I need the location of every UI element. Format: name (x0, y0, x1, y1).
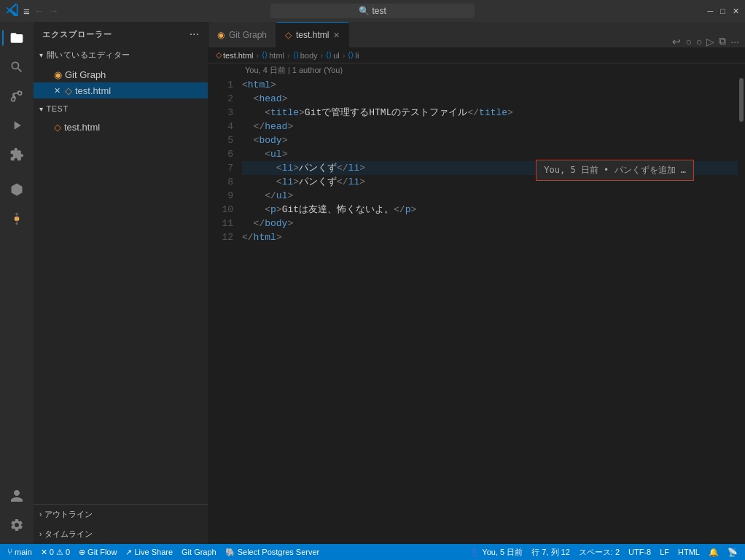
editor-action-3[interactable]: ○ (696, 36, 702, 47)
folder-test-html[interactable]: ◇ test.html (34, 119, 208, 135)
open-editors-label: 開いているエディター (47, 50, 130, 61)
breadcrumb: ◇ test.html › ⟨⟩ html › ⟨⟩ body › ⟨⟩ ul … (208, 47, 745, 63)
breadcrumb-body[interactable]: ⟨⟩ body (293, 50, 318, 60)
code-line-4: </head> (242, 120, 738, 133)
breadcrumb-ul[interactable]: ⟨⟩ ul (326, 50, 340, 60)
editor-action-4[interactable]: ▷ (706, 36, 714, 47)
accounts-activity-icon[interactable] (4, 483, 30, 509)
code-line-6: <ul> (242, 147, 738, 161)
git-graph-activity-icon[interactable] (4, 206, 30, 232)
tab-test-html[interactable]: ◇ test.html ✕ (276, 22, 349, 47)
code-line-12: </html> (242, 230, 738, 244)
sidebar-more-button[interactable]: ··· (190, 28, 199, 41)
status-live-share[interactable]: ↗ Live Share (121, 544, 177, 560)
editor-action-2[interactable]: ○ (685, 36, 691, 47)
status-encoding[interactable]: UTF-8 (624, 544, 655, 560)
close-button[interactable]: ✕ (733, 7, 739, 16)
breadcrumb-sep-1: › (257, 51, 260, 60)
timeline-header[interactable]: › タイムライン (34, 524, 208, 544)
feedback-icon: 🔔 (709, 548, 719, 557)
hamburger-menu[interactable]: ≡ (23, 5, 30, 18)
remote-explorer-activity-icon[interactable] (4, 176, 30, 203)
branch-label: main (15, 548, 32, 556)
breadcrumb-sep-2: › (287, 51, 290, 60)
code-editor[interactable]: 1 2 3 4 5 6 7 8 9 10 11 12 <html> <head>… (208, 77, 745, 544)
status-feedback[interactable]: 🔔 (704, 544, 723, 560)
status-right: 👤 You, 5 日前 行 7, 列 12 スペース: 2 UTF-8 LF H… (465, 544, 742, 560)
search-bar[interactable]: 🔍 test (270, 4, 475, 18)
sidebar-header: エクスプローラー ··· (34, 22, 208, 47)
forward-button[interactable]: → (49, 5, 59, 17)
outline-section: › アウトライン › タイムライン (34, 504, 208, 544)
encoding-label: UTF-8 (628, 548, 651, 556)
outline-header[interactable]: › アウトライン (34, 505, 208, 524)
line-col-label: 行 7, 列 12 (531, 547, 570, 558)
split-editor-icon[interactable]: ⧉ (719, 35, 726, 47)
back-button[interactable]: ← (34, 5, 44, 17)
close-test-html-icon[interactable]: ✕ (54, 86, 61, 96)
editor-scrollbar[interactable] (738, 77, 745, 544)
error-icon: ✕ (41, 548, 47, 557)
person-icon: 👤 (469, 548, 480, 557)
warning-count: 0 (66, 548, 70, 556)
status-git-flow[interactable]: ⊕ Git Flow (74, 544, 121, 560)
postgres-label: Select Postgres Server (238, 548, 320, 556)
tab-html-icon: ◇ (285, 30, 292, 40)
breadcrumb-sep-4: › (343, 51, 346, 60)
open-editors-section[interactable]: ▾ 開いているエディター (34, 47, 208, 63)
status-errors[interactable]: ✕ 0 ⚠ 0 (36, 544, 74, 560)
error-count: 0 (50, 548, 54, 556)
breadcrumb-li[interactable]: ⟨⟩ li (348, 50, 359, 60)
extensions-activity-icon[interactable] (4, 141, 30, 168)
status-postgres[interactable]: 🐘 Select Postgres Server (221, 544, 324, 560)
open-editor-git-graph[interactable]: ◉ Git Graph (34, 66, 208, 82)
minimize-button[interactable]: ─ (708, 7, 714, 15)
code-line-7: <li>パンくず</li> (242, 161, 738, 175)
editor-tabs: ◉ Git Graph ◇ test.html ✕ ↩ ○ ○ ▷ ⧉ ··· (208, 22, 745, 47)
vscode-logo (6, 3, 19, 20)
code-line-2: <head> (242, 92, 738, 106)
search-activity-icon[interactable] (4, 54, 30, 80)
status-blame[interactable]: 👤 You, 5 日前 (465, 544, 527, 560)
editor-more-icon[interactable]: ··· (730, 36, 739, 47)
folder-label: TEST (47, 104, 69, 113)
code-line-10: <p>Gitは友達、怖くないよ。</p> (242, 203, 738, 217)
blame-text: You, 4 日前 | 1 author (You) (245, 65, 343, 76)
chevron-down-icon: ▾ (39, 51, 44, 59)
code-line-1: <html> (242, 78, 738, 92)
postgres-icon: 🐘 (225, 548, 235, 557)
titlebar: ≡ ← → 🔍 test ─ □ ✕ (0, 0, 745, 22)
branch-icon: ⑂ (7, 547, 12, 557)
git-graph-status-label: Git Graph (182, 548, 217, 556)
breadcrumb-test-html[interactable]: ◇ test.html (216, 50, 254, 60)
git-graph-label: Git Graph (65, 69, 106, 80)
tab-git-graph-label: Git Graph (229, 30, 267, 40)
status-git-graph[interactable]: Git Graph (177, 544, 221, 560)
statusbar: ⑂ main ✕ 0 ⚠ 0 ⊕ Git Flow ↗ Live Share G… (0, 544, 745, 560)
status-remote[interactable]: 📡 (723, 544, 742, 560)
status-line-col[interactable]: 行 7, 列 12 (527, 544, 574, 560)
folder-section[interactable]: ▾ TEST (34, 101, 208, 116)
open-editor-test-html[interactable]: ✕ ◇ test.html (34, 82, 208, 98)
editor-action-1[interactable]: ↩ (672, 36, 681, 47)
blame-info-bar: You, 4 日前 | 1 author (You) (208, 63, 745, 77)
breadcrumb-html[interactable]: ⟨⟩ html (262, 50, 284, 60)
maximize-button[interactable]: □ (720, 7, 725, 15)
status-line-ending[interactable]: LF (655, 544, 674, 560)
live-share-icon: ↗ (125, 548, 132, 557)
status-branch[interactable]: ⑂ main (3, 544, 36, 560)
chevron-right-outline-icon: › (39, 510, 42, 518)
code-content[interactable]: <html> <head> <title>Gitで管理するHTMLのテストファイ… (239, 77, 738, 544)
files-activity-icon[interactable] (4, 25, 30, 51)
search-icon-title: 🔍 (359, 6, 372, 16)
remote-icon: 📡 (728, 548, 738, 557)
status-language[interactable]: HTML (674, 544, 704, 560)
source-control-activity-icon[interactable] (4, 83, 30, 109)
run-debug-activity-icon[interactable] (4, 112, 30, 139)
titlebar-left: ≡ ← → (6, 3, 59, 20)
status-spaces[interactable]: スペース: 2 (574, 544, 624, 560)
tab-close-button[interactable]: ✕ (333, 31, 340, 40)
settings-activity-icon[interactable] (4, 512, 30, 538)
scrollbar-thumb (739, 78, 744, 122)
tab-git-graph[interactable]: ◉ Git Graph (208, 22, 276, 47)
